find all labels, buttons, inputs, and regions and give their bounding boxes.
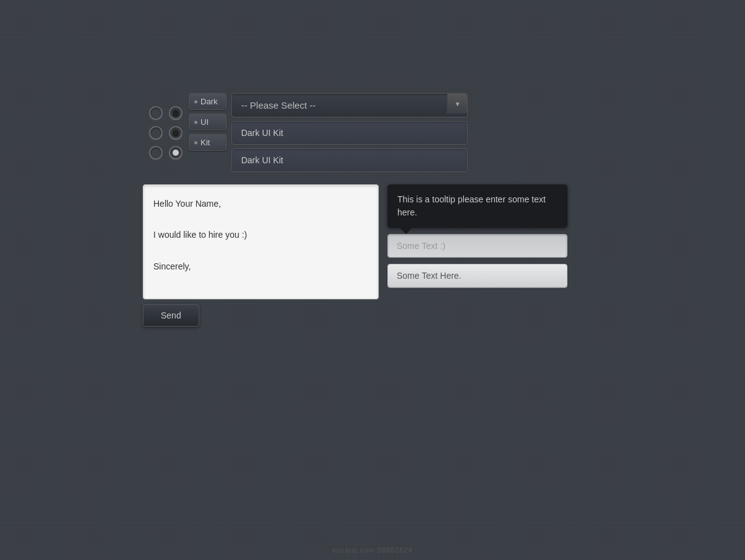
dropdown-placeholder: -- Please Select -- (241, 100, 315, 111)
radio-button-5[interactable] (149, 146, 163, 160)
tooltip-text: This is a tooltip please enter some text… (397, 194, 546, 217)
radio-button-2[interactable] (169, 106, 183, 120)
tooltip-box: This is a tooltip please enter some text… (387, 184, 567, 228)
radio-group (143, 101, 189, 165)
tag-kit[interactable]: Kit (189, 134, 227, 151)
tag-list: Dark UI Kit (189, 93, 227, 151)
left-panel: Hello Your Name, I would like to hire yo… (143, 184, 379, 327)
dropdown-option-2[interactable]: Dark UI Kit (232, 148, 467, 172)
textarea-line2: I would like to hire you :) (153, 227, 368, 243)
watermark: sucaisj.com 08852624 (332, 546, 412, 554)
textarea-line3: Sincerely, (153, 259, 368, 274)
right-panel: This is a tooltip please enter some text… (387, 184, 567, 287)
dropdown-arrow-icon: ▼ (447, 94, 467, 114)
radio-button-6[interactable] (169, 146, 183, 160)
radio-button-3[interactable] (149, 126, 163, 140)
tag-dark[interactable]: Dark (189, 93, 227, 110)
text-button[interactable]: Some Text Here. (387, 264, 567, 287)
dropdown-option-1[interactable]: Dark UI Kit (232, 121, 467, 145)
radio-button-4[interactable] (169, 126, 183, 140)
text-input[interactable]: Some Text :) (387, 234, 567, 258)
textarea-line1: Hello Your Name, (153, 196, 368, 212)
textarea-box[interactable]: Hello Your Name, I would like to hire yo… (143, 184, 379, 299)
tags-and-dropdown: Dark UI Kit -- Please Select -- ▼ Dark U… (189, 93, 467, 172)
dropdown-select[interactable]: -- Please Select -- ▼ (232, 93, 467, 117)
tag-ui[interactable]: UI (189, 114, 227, 130)
send-button[interactable]: Send (143, 304, 199, 327)
input-placeholder-text: Some Text :) (397, 241, 445, 251)
radio-button-1[interactable] (149, 106, 163, 120)
dropdown-section: -- Please Select -- ▼ Dark UI Kit Dark U… (232, 93, 467, 172)
